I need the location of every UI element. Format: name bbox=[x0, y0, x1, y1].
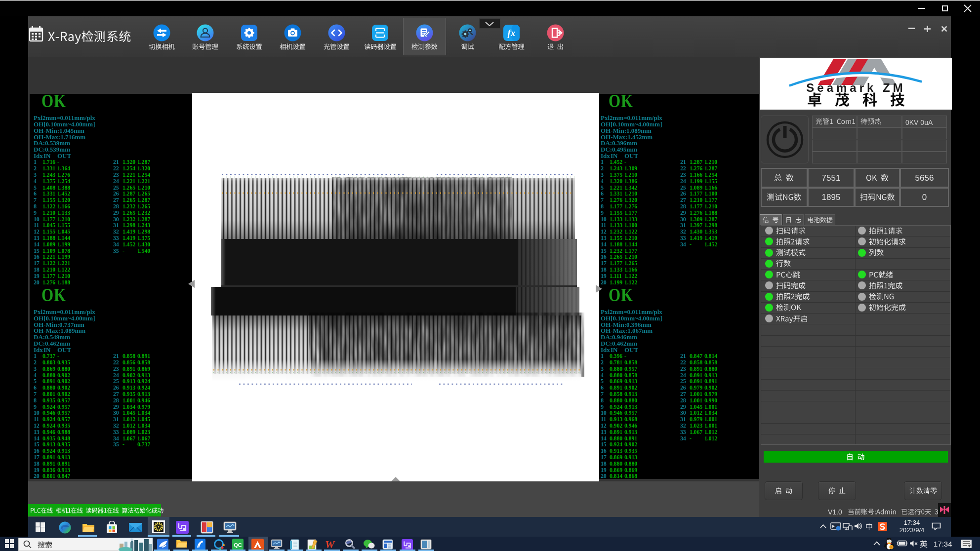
svg-text:fx: fx bbox=[507, 28, 515, 38]
svg-text:QC: QC bbox=[234, 542, 242, 548]
